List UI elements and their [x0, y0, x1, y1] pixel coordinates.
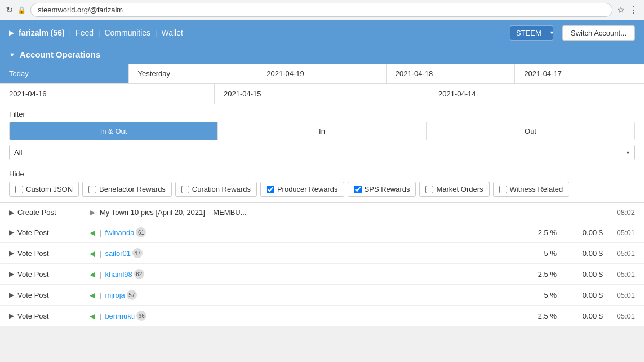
op-pipe-1: | [100, 228, 101, 237]
op-time-2: 05:01 [610, 249, 635, 258]
op-type-2: Vote Post [17, 249, 85, 258]
date-button-3[interactable]: 2021-04-18 [387, 64, 516, 83]
hide-checkbox-input-5[interactable] [425, 186, 433, 193]
op-user-1[interactable]: fwinanda [105, 228, 134, 237]
op-user-4[interactable]: mjroja [105, 291, 125, 299]
op-expand-icon-0[interactable]: ▶ [9, 209, 14, 217]
op-user-5[interactable]: berimukti [105, 312, 135, 320]
op-user-3[interactable]: khairil98 [105, 270, 132, 279]
hide-checkbox-2[interactable]: Curation Rewards [175, 182, 257, 197]
hide-checkbox-input-3[interactable] [267, 186, 274, 193]
date-button-2[interactable]: 2021-04-19 [257, 64, 387, 83]
date-grid-row1: TodayYesterday2021-04-192021-04-182021-0… [0, 64, 644, 84]
hide-checkbox-label-0: Custom JSON [26, 185, 73, 193]
op-user-badge-1: 61 [136, 227, 146, 237]
hide-checkbox-input-2[interactable] [181, 186, 189, 193]
reload-icon[interactable]: ↻ [6, 5, 13, 15]
op-amount-2: 0.00 $ [563, 249, 603, 258]
op-time-0: 08:02 [610, 208, 635, 217]
hide-section: Hide Custom JSONBenefactor RewardsCurati… [0, 165, 644, 203]
date-button-1[interactable]: Yesterday [129, 64, 258, 83]
hide-checkbox-3[interactable]: Producer Rewards [260, 182, 344, 197]
nav-expand-icon[interactable]: ▶ [9, 29, 14, 37]
op-expand-icon-5[interactable]: ▶ [9, 312, 14, 320]
filter-button-2[interactable]: Out [427, 122, 634, 140]
hide-checkbox-input-6[interactable] [499, 186, 507, 193]
nav-communities-link[interactable]: Communities [104, 28, 150, 37]
op-amount-4: 0.00 $ [563, 291, 603, 299]
filter-label: Filter [9, 110, 635, 118]
section-header: ▼ Account Operations [0, 45, 644, 64]
operation-row-3: ▶Vote Post◀|khairil98622.5 %0.00 $05:01 [0, 264, 644, 285]
operation-row-2: ▶Vote Post◀|sailor01475 %0.00 $05:01 [0, 243, 644, 264]
date-button-row2-2[interactable]: 2021-04-14 [429, 84, 644, 104]
hide-checkbox-1[interactable]: Benefactor Rewards [82, 182, 172, 197]
op-user-badge-5: 66 [136, 311, 146, 321]
op-time-3: 05:01 [610, 270, 635, 279]
operation-row-5: ▶Vote Post◀|berimukti662.5 %0.00 $05:01 [0, 306, 644, 326]
collapse-icon[interactable]: ▼ [9, 51, 15, 58]
hide-checkbox-input-4[interactable] [354, 186, 362, 193]
operation-row-1: ▶Vote Post◀|fwinanda612.5 %0.00 $05:01 [0, 222, 644, 243]
date-button-4[interactable]: 2021-04-17 [515, 64, 644, 83]
op-sep-3: ◀ [90, 270, 95, 279]
hide-checkbox-label-2: Curation Rewards [192, 185, 251, 193]
hide-checkbox-0[interactable]: Custom JSON [9, 182, 79, 197]
hide-checkbox-label-6: Witness Related [510, 185, 563, 193]
steem-selector[interactable]: STEEM [510, 25, 553, 41]
main-content: ▼ Account Operations TodayYesterday2021-… [0, 45, 644, 326]
date-button-0[interactable]: Today [0, 64, 129, 83]
hide-checkbox-6[interactable]: Witness Related [493, 182, 570, 197]
op-sep-2: ◀ [90, 249, 95, 258]
op-time-4: 05:01 [610, 291, 635, 299]
hide-checkbox-4[interactable]: SPS Rewards [348, 182, 416, 197]
filter-dropdown-wrapper: AllCustom JSONVote PostCreate PostTransf… [9, 145, 635, 160]
hide-label: Hide [9, 170, 635, 178]
switch-account-button[interactable]: Switch Account... [562, 25, 635, 41]
filter-button-1[interactable]: In [218, 122, 427, 140]
op-expand-icon-3[interactable]: ▶ [9, 270, 14, 278]
op-expand-icon-4[interactable]: ▶ [9, 291, 14, 299]
op-sep-0: ▶ [90, 208, 95, 217]
date-button-row2-1[interactable]: 2021-04-15 [215, 84, 429, 104]
date-button-row2-0[interactable]: 2021-04-16 [0, 84, 215, 104]
hide-checkbox-label-5: Market Orders [436, 185, 483, 193]
nav-bar: ▶ farizalm (56) | Feed | Communities | W… [0, 20, 644, 45]
hide-checkbox-input-0[interactable] [15, 186, 23, 193]
op-sep-1: ◀ [90, 228, 95, 237]
op-sep-5: ◀ [90, 312, 95, 320]
op-type-3: Vote Post [17, 270, 85, 279]
address-bar[interactable]: steemworld.org/@farizalm [30, 3, 612, 17]
nav-sep-3: | [155, 29, 157, 37]
hide-checkboxes: Custom JSONBenefactor RewardsCuration Re… [9, 182, 635, 197]
nav-sep-1: | [69, 29, 71, 37]
operation-row-4: ▶Vote Post◀|mjroja575 %0.00 $05:01 [0, 285, 644, 306]
op-expand-icon-1[interactable]: ▶ [9, 228, 14, 236]
hide-checkbox-5[interactable]: Market Orders [419, 182, 489, 197]
operations-list: ▶Create Post▶My Town 10 pics [April 20, … [0, 203, 644, 326]
op-post-link-0[interactable]: My Town 10 pics [April 20, 2021] – MEMBU… [100, 208, 603, 217]
filter-button-0[interactable]: In & Out [10, 122, 218, 140]
filter-dropdown-row: AllCustom JSONVote PostCreate PostTransf… [9, 145, 635, 160]
op-amount-5: 0.00 $ [563, 312, 603, 320]
op-time-1: 05:01 [610, 228, 635, 237]
op-type-4: Vote Post [17, 291, 85, 299]
nav-username[interactable]: farizalm (56) [19, 28, 65, 37]
op-pct-5: 2.5 % [523, 312, 557, 320]
op-pct-1: 2.5 % [523, 228, 557, 237]
star-icon[interactable]: ☆ [617, 5, 625, 15]
op-user-badge-2: 47 [132, 248, 143, 258]
op-sep-4: ◀ [90, 291, 95, 299]
menu-icon[interactable]: ⋮ [629, 5, 638, 15]
op-user-2[interactable]: sailor01 [105, 249, 131, 258]
hide-checkbox-label-4: SPS Rewards [365, 185, 410, 193]
op-expand-icon-2[interactable]: ▶ [9, 249, 14, 257]
nav-wallet-link[interactable]: Wallet [162, 28, 183, 37]
op-amount-1: 0.00 $ [563, 228, 603, 237]
filter-buttons: In & OutInOut [9, 122, 635, 140]
hide-checkbox-input-1[interactable] [88, 186, 96, 193]
nav-feed-link[interactable]: Feed [75, 28, 94, 37]
op-user-badge-4: 57 [127, 290, 137, 300]
op-pipe-2: | [100, 249, 101, 258]
filter-all-dropdown[interactable]: AllCustom JSONVote PostCreate PostTransf… [9, 145, 635, 160]
